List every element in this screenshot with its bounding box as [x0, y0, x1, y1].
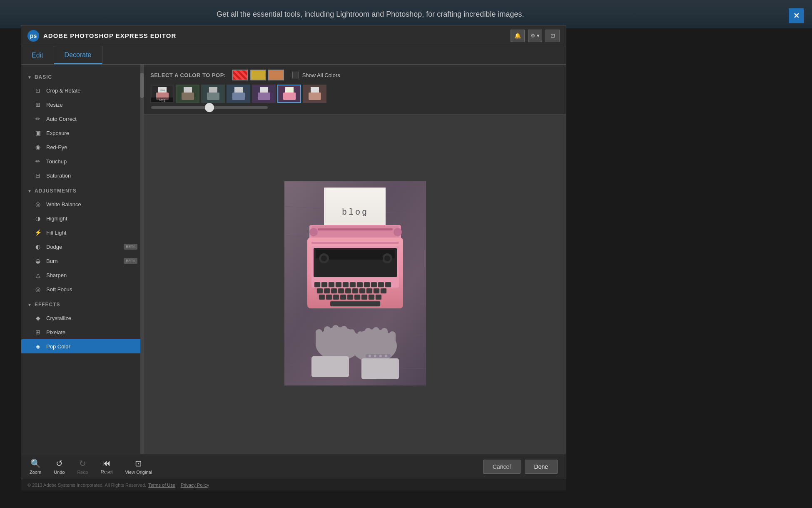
svg-rect-87 [373, 327, 379, 349]
pop-color-icon: ◈ [34, 343, 42, 350]
reset-tool[interactable]: ⏮ Reset [101, 458, 113, 475]
slider-thumb[interactable] [205, 103, 214, 112]
section-effects-header[interactable]: ▼ EFFECTS [21, 298, 144, 311]
sidebar-item-red-eye[interactable]: ◉ Red-Eye [21, 140, 144, 154]
thumbnail-6-inner [304, 85, 326, 102]
svg-rect-15 [258, 93, 270, 100]
window-close-button[interactable]: ✕ [789, 8, 804, 23]
thumbnail-1[interactable] [176, 85, 199, 103]
saturation-icon: ⊟ [34, 172, 42, 179]
svg-rect-52 [350, 282, 356, 287]
thumbnail-4[interactable] [252, 85, 276, 103]
sidebar-item-white-balance[interactable]: ◎ White Balance [21, 197, 144, 211]
tab-decorate[interactable]: Decorate [54, 46, 102, 64]
svg-rect-9 [207, 93, 219, 100]
exposure-label: Exposure [46, 130, 69, 136]
burn-label: Burn [46, 258, 57, 264]
show-all-colors[interactable]: Show All Colors [292, 72, 340, 78]
zoom-icon: 🔍 [30, 458, 41, 468]
notification-button[interactable]: 🔔 [511, 30, 525, 42]
highlight-icon: ◑ [34, 215, 42, 222]
view-original-tool[interactable]: ⊡ View Original [125, 458, 152, 475]
svg-rect-77 [330, 301, 380, 306]
color-swatch-yellow[interactable] [250, 70, 266, 80]
svg-rect-79 [316, 329, 322, 348]
color-swatches [232, 70, 284, 80]
sidebar-item-pixelate[interactable]: ⊞ Pixelate [21, 325, 144, 339]
redo-tool[interactable]: ↻ Redo [77, 458, 88, 475]
svg-rect-80 [324, 326, 331, 347]
sidebar-item-crop-rotate[interactable]: ⊡ Crop & Rotate [21, 83, 144, 98]
sidebar-item-dodge[interactable]: ◐ Dodge BETA [21, 240, 144, 254]
toolbar-actions: Cancel Done [483, 460, 558, 474]
footer-privacy-link[interactable]: Privacy Policy [181, 483, 209, 488]
sidebar-item-auto-correct[interactable]: ✏ Auto Correct [21, 112, 144, 126]
sidebar-item-exposure[interactable]: ▣ Exposure [21, 126, 144, 140]
exposure-icon: ▣ [34, 130, 42, 136]
title-bar: ps ADOBE PHOTOSHOP EXPRESS EDITOR 🔔 ⚙ ▾ … [21, 25, 566, 46]
sidebar-scrollbar-thumb[interactable] [140, 73, 144, 98]
done-button[interactable]: Done [525, 460, 558, 474]
cancel-button[interactable]: Cancel [483, 460, 521, 474]
section-adjustments-label: ADJUSTMENTS [35, 188, 77, 194]
thumbnails-row: blog Orig [150, 85, 560, 103]
soft-focus-icon: ◎ [34, 286, 42, 293]
thumbnail-1-inner [177, 85, 199, 102]
sidebar-item-saturation[interactable]: ⊟ Saturation [21, 168, 144, 183]
sidebar-item-highlight[interactable]: ◑ Highlight [21, 211, 144, 225]
sidebar-item-soft-focus[interactable]: ◎ Soft Focus [21, 282, 144, 296]
thumbnail-3[interactable] [227, 85, 250, 103]
section-adjustments-header[interactable]: ▼ ADJUSTMENTS [21, 185, 144, 197]
footer-terms-link[interactable]: Terms of Use [148, 483, 175, 488]
svg-rect-70 [333, 295, 339, 300]
svg-rect-21 [309, 93, 321, 100]
slider-track[interactable] [151, 106, 268, 109]
thumbnail-0-inner: blog Orig [151, 85, 173, 102]
bottom-toolbar: 🔍 Zoom ↺ Undo ↻ Redo ⏮ Reset ⊡ View Orig… [21, 454, 566, 479]
tab-edit[interactable]: Edit [21, 46, 54, 64]
sidebar-item-fill-light[interactable]: ⚡ Fill Light [21, 225, 144, 240]
thumbnail-0[interactable]: blog Orig [150, 85, 174, 103]
svg-point-94 [385, 355, 387, 357]
pixelate-label: Pixelate [46, 329, 65, 335]
right-panel: SELECT A COLOR TO POP: Show All Colors [144, 65, 566, 454]
svg-rect-61 [338, 288, 344, 293]
svg-rect-88 [381, 328, 388, 349]
zoom-tool[interactable]: 🔍 Zoom [30, 458, 41, 475]
show-all-checkbox[interactable] [292, 72, 299, 78]
canvas-area: blog [144, 115, 566, 454]
sidebar-item-resize[interactable]: ⊞ Resize [21, 98, 144, 112]
sidebar-item-touchup[interactable]: ✏ Touchup [21, 154, 144, 168]
color-swatch-orange[interactable] [268, 70, 284, 80]
thumbnail-5[interactable] [277, 85, 301, 103]
svg-rect-60 [331, 288, 337, 293]
sidebar-item-crystallize[interactable]: ◆ Crystallize [21, 311, 144, 325]
svg-rect-95 [311, 356, 349, 377]
saturation-label: Saturation [46, 173, 71, 179]
auto-correct-icon: ✏ [34, 115, 42, 122]
pixelate-icon: ⊞ [34, 329, 42, 335]
fill-light-label: Fill Light [46, 230, 66, 236]
color-selector-top: SELECT A COLOR TO POP: Show All Colors [150, 70, 560, 80]
thumbnail-2[interactable] [201, 85, 225, 103]
svg-rect-62 [345, 288, 351, 293]
fullscreen-button[interactable]: ⊡ [545, 30, 560, 42]
settings-button[interactable]: ⚙ ▾ [528, 30, 542, 42]
sidebar-item-sharpen[interactable]: △ Sharpen [21, 268, 144, 282]
section-basic-header[interactable]: ▼ BASIC [21, 71, 144, 83]
color-swatch-red[interactable] [232, 70, 248, 80]
thumbnail-6[interactable] [303, 85, 326, 103]
sidebar-item-burn[interactable]: ◒ Burn BETA [21, 254, 144, 268]
crop-rotate-label: Crop & Rotate [46, 88, 80, 94]
highlight-label: Highlight [46, 215, 67, 222]
svg-rect-68 [319, 295, 325, 300]
undo-tool[interactable]: ↺ Undo [54, 458, 65, 475]
app-logo: ps [27, 30, 39, 42]
bg-text: Get all the essential tools, including L… [217, 10, 524, 19]
svg-text:blog: blog [341, 208, 368, 217]
svg-point-35 [394, 228, 402, 236]
svg-rect-75 [369, 295, 374, 300]
sidebar-item-pop-color[interactable]: ◈ Pop Color [21, 339, 144, 353]
sidebar-scrollbar[interactable] [140, 65, 144, 454]
redo-label: Redo [77, 470, 88, 475]
